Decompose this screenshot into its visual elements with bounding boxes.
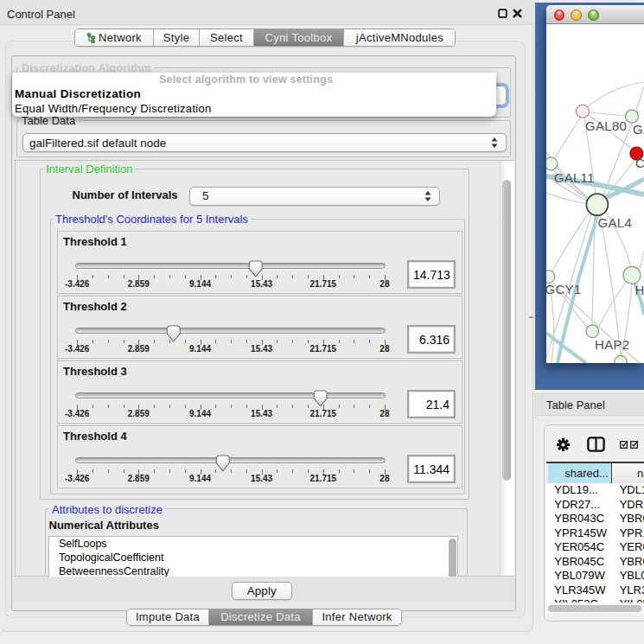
svg-text:GCY1: GCY1: [546, 281, 582, 296]
svg-text:GAL80: GAL80: [585, 118, 627, 132]
svg-text:CC: CC: [635, 156, 644, 170]
svg-text:GAL4: GAL4: [598, 215, 633, 230]
svg-text:HAP2: HAP2: [595, 337, 629, 352]
svg-text:HA: HA: [635, 283, 644, 297]
svg-text:GAL11: GAL11: [554, 169, 595, 184]
svg-text:GA: GA: [633, 122, 644, 137]
